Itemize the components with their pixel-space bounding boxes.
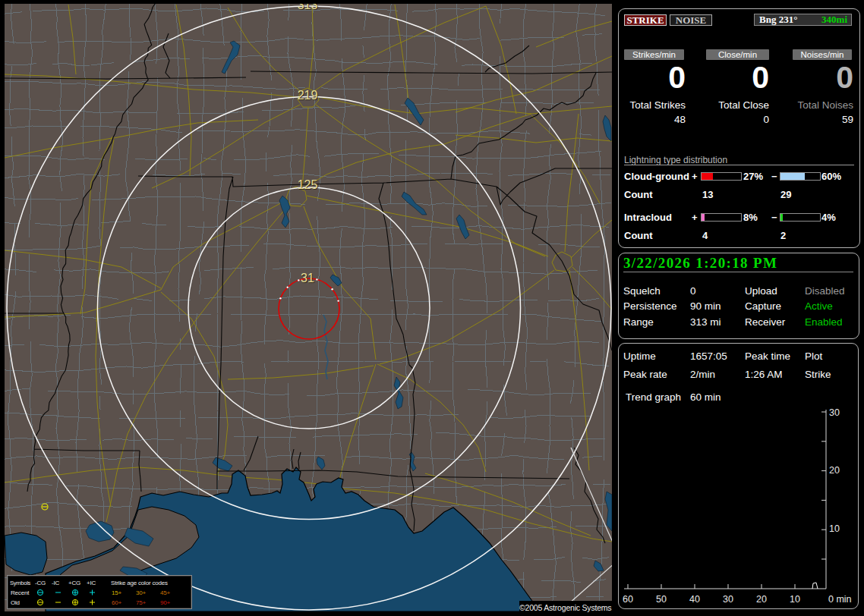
- svg-text:125: 125: [298, 178, 318, 191]
- svg-text:30: 30: [723, 594, 733, 605]
- svg-text:0 min: 0 min: [828, 594, 852, 605]
- svg-text:20: 20: [756, 594, 767, 605]
- svg-text:10: 10: [790, 594, 800, 605]
- svg-text:50: 50: [656, 594, 667, 605]
- svg-text:60: 60: [623, 594, 633, 605]
- svg-text:313: 313: [298, 0, 318, 11]
- svg-text:10: 10: [829, 523, 840, 534]
- svg-text:30: 30: [829, 407, 840, 418]
- svg-text:31: 31: [301, 272, 314, 284]
- svg-text:20: 20: [829, 465, 840, 476]
- svg-text:40: 40: [689, 594, 700, 605]
- svg-text:219: 219: [298, 89, 318, 102]
